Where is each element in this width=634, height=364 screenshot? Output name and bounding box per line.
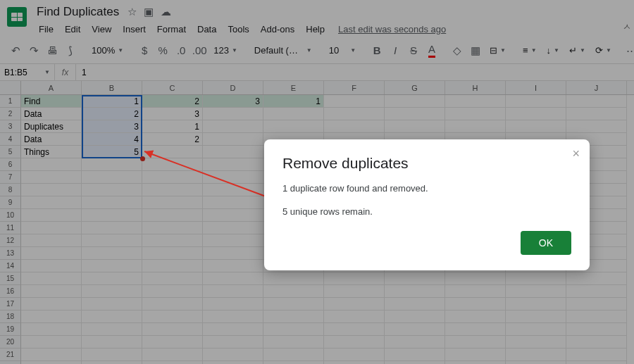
formula-input[interactable]: 1	[76, 64, 634, 80]
col-header[interactable]: G	[385, 81, 445, 94]
ok-button[interactable]: OK	[521, 231, 571, 255]
zoom-dropdown[interactable]: 100%▼	[87, 42, 128, 58]
cell[interactable]: 3	[142, 108, 203, 120]
cell[interactable]	[21, 349, 82, 361]
cell[interactable]	[21, 209, 82, 222]
more-toolbar-icon[interactable]: ⋯	[624, 42, 634, 60]
cell[interactable]	[263, 272, 324, 285]
undo-icon[interactable]: ↶	[7, 42, 24, 60]
cell[interactable]	[263, 323, 324, 336]
move-icon[interactable]: ▣	[144, 6, 154, 18]
cell[interactable]	[82, 158, 142, 171]
cell[interactable]	[82, 285, 142, 298]
cell[interactable]: 1	[263, 95, 324, 108]
row-header[interactable]: 5	[0, 146, 21, 158]
cell[interactable]	[203, 222, 263, 234]
cell[interactable]	[203, 310, 263, 323]
cell[interactable]	[21, 247, 82, 260]
cell[interactable]	[324, 285, 385, 298]
cell[interactable]	[82, 247, 142, 260]
row-header[interactable]: 2	[0, 108, 21, 120]
bold-icon[interactable]: B	[368, 42, 385, 60]
cell[interactable]	[142, 310, 203, 323]
cell[interactable]	[82, 323, 142, 336]
cell[interactable]	[263, 120, 324, 133]
cell[interactable]	[142, 349, 203, 361]
cell[interactable]	[506, 120, 566, 133]
cell[interactable]	[203, 336, 263, 349]
cell[interactable]	[445, 310, 506, 323]
horizontal-align-dropdown[interactable]: ≡▼	[518, 42, 541, 58]
row-header[interactable]: 6	[0, 158, 21, 171]
cell[interactable]	[263, 361, 324, 364]
cell[interactable]	[21, 298, 82, 310]
cell[interactable]: Things	[21, 146, 82, 158]
cell[interactable]	[324, 336, 385, 349]
cell[interactable]	[263, 298, 324, 310]
cell[interactable]	[142, 298, 203, 310]
cell[interactable]	[203, 285, 263, 298]
row-header[interactable]: 12	[0, 234, 21, 247]
cell[interactable]	[506, 310, 566, 323]
cell[interactable]	[566, 310, 627, 323]
redo-icon[interactable]: ↷	[25, 42, 42, 60]
cell[interactable]	[324, 310, 385, 323]
cell[interactable]	[142, 272, 203, 285]
menu-edit[interactable]: Edit	[60, 21, 85, 37]
close-icon[interactable]: ×	[572, 146, 580, 161]
row-header[interactable]: 9	[0, 196, 21, 209]
col-header[interactable]: A	[21, 81, 82, 94]
cell[interactable]	[142, 323, 203, 336]
col-header[interactable]: D	[203, 81, 263, 94]
cell[interactable]	[21, 310, 82, 323]
cell[interactable]	[445, 323, 506, 336]
cell[interactable]	[203, 209, 263, 222]
cell[interactable]	[445, 285, 506, 298]
cell[interactable]	[506, 349, 566, 361]
row-header[interactable]: 7	[0, 171, 21, 184]
row-header[interactable]: 19	[0, 323, 21, 336]
cell[interactable]: 5	[82, 146, 142, 158]
col-header[interactable]: I	[506, 81, 566, 94]
text-color-icon[interactable]: A	[423, 42, 440, 60]
sheets-logo[interactable]	[7, 7, 27, 27]
cell[interactable]	[82, 260, 142, 272]
cell[interactable]: 3	[203, 95, 263, 108]
vertical-align-dropdown[interactable]: ↓▼	[542, 42, 564, 58]
strikethrough-icon[interactable]: S	[405, 42, 422, 60]
cell[interactable]	[385, 298, 445, 310]
cell[interactable]	[566, 361, 627, 364]
row-header[interactable]: 11	[0, 222, 21, 234]
col-header[interactable]: H	[445, 81, 506, 94]
cell[interactable]: Data	[21, 108, 82, 120]
cell[interactable]	[21, 336, 82, 349]
cell[interactable]	[324, 349, 385, 361]
cell[interactable]	[82, 336, 142, 349]
col-header[interactable]: E	[263, 81, 324, 94]
cell[interactable]	[566, 272, 627, 285]
cell[interactable]	[203, 158, 263, 171]
cell[interactable]	[142, 196, 203, 209]
cell[interactable]	[506, 298, 566, 310]
cell[interactable]	[445, 298, 506, 310]
col-header[interactable]: J	[566, 81, 627, 94]
col-header[interactable]: B	[82, 81, 142, 94]
cell[interactable]	[566, 336, 627, 349]
cell[interactable]	[203, 196, 263, 209]
cell[interactable]	[445, 95, 506, 108]
cell[interactable]: Find	[21, 95, 82, 108]
cell[interactable]	[203, 146, 263, 158]
cell[interactable]: Data	[21, 133, 82, 146]
cell[interactable]	[203, 272, 263, 285]
row-header[interactable]: 4	[0, 133, 21, 146]
cell[interactable]	[21, 196, 82, 209]
row-header[interactable]: 15	[0, 272, 21, 285]
cell[interactable]	[21, 158, 82, 171]
cell[interactable]	[506, 95, 566, 108]
cell[interactable]	[263, 336, 324, 349]
decrease-decimal-icon[interactable]: .0	[173, 42, 189, 60]
cell[interactable]	[445, 108, 506, 120]
cell[interactable]	[203, 298, 263, 310]
cell[interactable]	[445, 349, 506, 361]
row-header[interactable]: 18	[0, 310, 21, 323]
